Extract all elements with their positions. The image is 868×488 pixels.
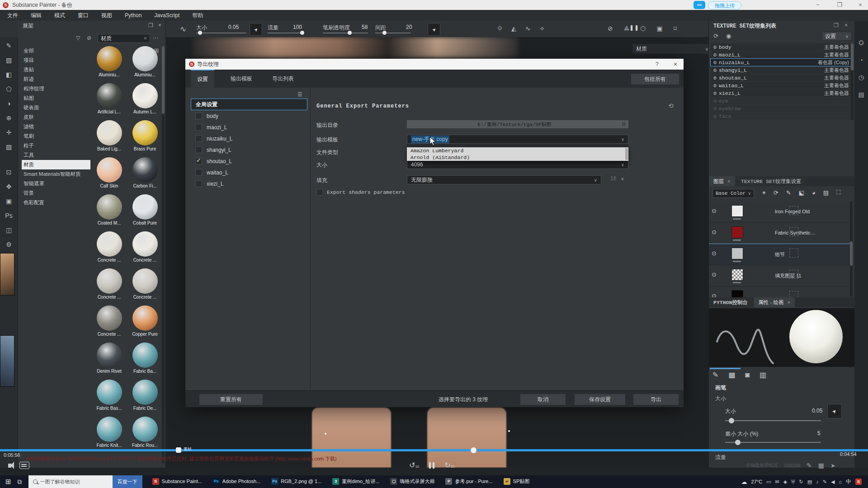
size-value[interactable]: 0.05 <box>228 24 239 30</box>
material-item[interactable]: Autumn L... <box>127 82 163 119</box>
eye-icon[interactable]: ⊙ <box>713 44 717 50</box>
tab-settings[interactable]: 设置 <box>191 70 214 88</box>
material-item[interactable]: Brass Pure <box>127 119 163 156</box>
layer-tool-icon[interactable]: ▤ <box>823 189 829 196</box>
menu-item[interactable]: 视图 <box>101 12 112 19</box>
volume-icon[interactable] <box>8 464 11 468</box>
paint-tool-icon[interactable]: ▨ <box>3 55 15 65</box>
material-item[interactable]: Artificial L... <box>91 82 127 119</box>
paint-tool-icon[interactable]: ⬠ <box>3 84 15 94</box>
baidu-search-button[interactable]: 百度一下 <box>113 475 142 488</box>
paint-option-icon[interactable]: ◭ <box>511 25 516 32</box>
texture-set-row[interactable]: ⊙ maozi_L 主要着色器 <box>711 51 852 58</box>
filter-icon[interactable]: ▽ <box>76 35 80 41</box>
layer-scrollbar[interactable] <box>850 202 853 296</box>
tray-icon[interactable]: ♪ <box>816 479 819 484</box>
menu-item[interactable]: JavaScript <box>154 12 179 19</box>
shaders-checkbox[interactable] <box>316 189 323 196</box>
shelf-more-icon[interactable]: ⋯ <box>153 35 158 41</box>
shelf-search-input[interactable]: 材质 × <box>98 34 150 43</box>
brush-tip-button[interactable]: ➤ <box>250 23 262 36</box>
layer-row[interactable]: ⊙ ▤ Fabric Synthetic ⋯ 标准 ∨ 100 ∨ <box>709 223 853 244</box>
close-panel-icon[interactable]: × <box>844 22 848 28</box>
export-set-row[interactable]: niuzaiku_L • <box>191 133 307 144</box>
task-view-icon[interactable]: ⧉ <box>18 478 22 486</box>
shelf-category[interactable]: 笔刷 <box>22 131 90 141</box>
eye-icon[interactable]: ⊙ <box>712 207 717 214</box>
padding-combo[interactable]: 无限膨胀 ∨ <box>407 175 601 184</box>
template-combo[interactable]: new-手套 copy ∨ <box>407 135 628 144</box>
dialog-title-bar[interactable]: S 导出纹理 ? × <box>185 59 684 70</box>
dock-panel-icon[interactable]: ⛭ <box>859 39 863 47</box>
export-set-row[interactable]: shoutao_L • <box>191 155 307 167</box>
tray-icon[interactable]: ✉ <box>775 479 779 485</box>
temperature[interactable]: 27°C <box>751 479 763 484</box>
material-item[interactable]: Denim Rivet <box>91 342 127 379</box>
shelf-category[interactable]: 粒子 <box>22 141 90 150</box>
ts-scrollbar[interactable] <box>851 43 854 120</box>
tab-layers[interactable]: 图层 × <box>709 176 735 186</box>
tab-python-console[interactable]: PYTHON控制台 <box>709 297 752 307</box>
texture-set-row[interactable]: ⊙ face <box>711 113 852 120</box>
material-item[interactable]: Aluminiu... <box>127 45 163 82</box>
dropdown-option[interactable]: Arnold (AiStandard) <box>407 154 628 161</box>
size-slider[interactable] <box>196 33 246 33</box>
paint-option-icon[interactable]: ∿ <box>525 25 531 32</box>
material-item[interactable]: Baked Lig... <box>91 119 127 156</box>
tray-icon[interactable]: ▤ <box>807 479 812 485</box>
dropdown-scrollbar[interactable] <box>625 148 628 160</box>
float-panel-icon[interactable]: ❐ <box>834 22 839 28</box>
help-icon[interactable]: ? <box>656 61 659 67</box>
material-item[interactable]: Fabric Rou... <box>127 416 163 453</box>
eye-icon[interactable]: ⊙ <box>713 75 717 81</box>
paint-option-icon[interactable]: ⟐ <box>497 24 502 32</box>
paint-tool-icon[interactable]: ⊕ <box>3 113 15 123</box>
ime-indicator[interactable]: 中 <box>846 478 851 486</box>
set-checkbox[interactable] <box>195 124 202 131</box>
padding-size-combo[interactable]: 16 ∨ <box>610 175 624 182</box>
utility-tool-icon[interactable]: ✥ <box>3 182 15 192</box>
material-item[interactable]: Concrete ... <box>91 230 127 267</box>
eye-icon[interactable]: ⊙ <box>713 105 717 112</box>
material-item[interactable]: Fabric Ba... <box>127 342 163 379</box>
start-button[interactable]: ⊞ <box>5 478 11 486</box>
material-item[interactable]: Copper Pure <box>127 305 163 342</box>
texture-set-row[interactable]: ⊙ shoutao_L 主要着色器 <box>711 74 852 81</box>
eye-icon[interactable]: ⊙ <box>712 250 717 257</box>
close-button[interactable]: × <box>854 1 867 8</box>
material-item[interactable]: Fabric Bas... <box>91 379 127 416</box>
texture-set-row[interactable]: ⊙ shangyi_L 主要着色器 <box>711 66 852 74</box>
shelf-category[interactable]: 透贴 <box>22 65 90 75</box>
material-item[interactable]: Aluminiu... <box>91 45 127 82</box>
layer-tool-icon[interactable]: ✎ <box>786 189 791 196</box>
view-mode-icon[interactable]: ▣ <box>656 25 662 32</box>
layer-tool-icon[interactable]: ⛶ <box>836 189 840 196</box>
dock-panel-icon[interactable]: ◔ <box>859 56 863 64</box>
minimize-button[interactable]: − <box>811 1 825 8</box>
eye-icon[interactable]: ⊙ <box>712 292 717 297</box>
export-set-row[interactable]: waitao_L • <box>191 167 307 178</box>
weather-cloud-icon[interactable]: ☁ <box>741 479 747 485</box>
size-combo[interactable]: 4096 ∨ <box>407 160 628 169</box>
spacing-value[interactable]: 20 <box>406 24 412 30</box>
close-icon[interactable]: × <box>788 300 791 305</box>
shelf-category[interactable]: 智能遮罩 <box>22 179 90 188</box>
utility-tool-icon[interactable]: ⊡ <box>3 167 15 177</box>
menu-item[interactable]: 帮助 <box>192 12 203 19</box>
shelf-category[interactable]: 项目 <box>22 56 90 65</box>
pause-engine-icon[interactable]: ❚❚ <box>629 24 639 31</box>
texture-set-row[interactable]: ⊙ eyebrow <box>711 105 852 112</box>
eye-icon[interactable]: ⊙ <box>713 67 717 73</box>
shelf-category[interactable]: 贴图 <box>22 94 90 103</box>
layer-tool-icon[interactable]: ◕ <box>812 189 816 196</box>
utility-tool-icon[interactable]: ▣ <box>3 196 15 206</box>
tray-icon[interactable]: ⌂ <box>839 479 842 484</box>
layer-row[interactable]: ⊙ ▤ 细节 标准 ∨ 100 ∨ <box>709 244 853 265</box>
shelf-category[interactable]: 硬表面 <box>22 103 90 113</box>
subtitle-icon[interactable] <box>19 462 29 469</box>
texture-set-row[interactable]: ⊙ body 主要着色器 <box>711 43 852 51</box>
set-checkbox[interactable] <box>195 146 202 153</box>
skip-forward-icon[interactable]: ↻30 <box>444 461 454 469</box>
brush-size-slider[interactable] <box>725 420 821 421</box>
material-item[interactable]: Fabric De... <box>127 379 163 416</box>
